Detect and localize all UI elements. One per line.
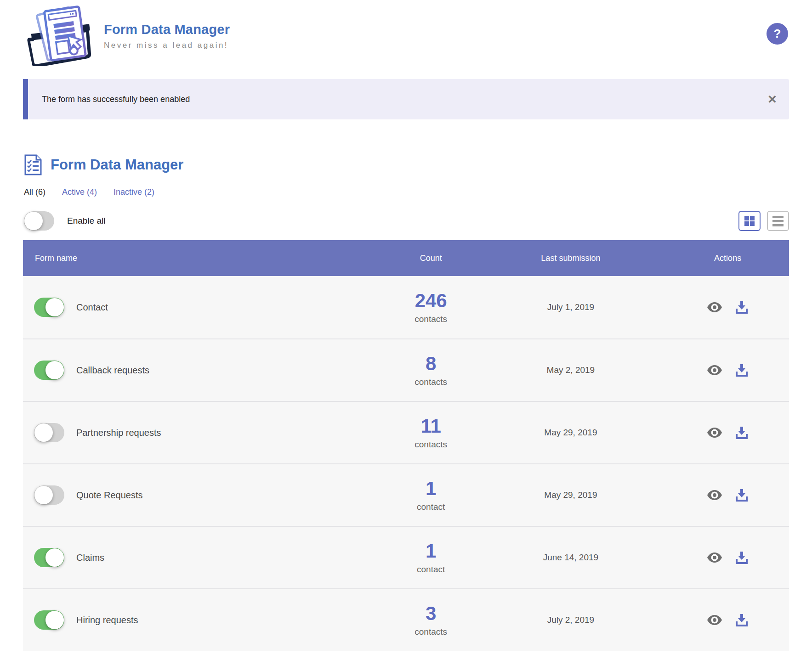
last-submission-date: July 2, 2019 bbox=[475, 615, 667, 625]
last-submission-cell: July 1, 2019 bbox=[475, 302, 667, 312]
count-value: 3 bbox=[387, 603, 475, 624]
notification-message: The form has successfully been enabled bbox=[28, 95, 190, 104]
form-table-body: Contact 246 contacts July 1, 2019 bbox=[23, 276, 789, 651]
last-submission-cell: June 14, 2019 bbox=[475, 553, 667, 563]
last-submission-date: June 14, 2019 bbox=[475, 553, 667, 563]
count-cell: 3 contacts bbox=[387, 603, 475, 637]
header-last-submission: Last submission bbox=[475, 254, 667, 263]
form-toggle[interactable] bbox=[34, 485, 64, 505]
form-name-label: Claims bbox=[76, 553, 104, 563]
count-unit: contact bbox=[387, 564, 475, 575]
app-header: Form Data Manager Never miss a lead agai… bbox=[0, 0, 812, 70]
tab-all[interactable]: All (6) bbox=[24, 187, 45, 197]
page: Form Data Manager Never miss a lead agai… bbox=[0, 0, 812, 654]
last-submission-cell: May 29, 2019 bbox=[475, 490, 667, 500]
actions-cell bbox=[666, 300, 789, 315]
last-submission-date: May 2, 2019 bbox=[475, 365, 667, 375]
count-cell: 246 contacts bbox=[387, 290, 475, 324]
count-unit: contacts bbox=[387, 377, 475, 387]
count-value: 8 bbox=[387, 353, 475, 374]
actions-cell bbox=[666, 425, 789, 440]
form-toggle[interactable] bbox=[34, 610, 64, 630]
count-value: 11 bbox=[387, 416, 475, 437]
download-icon[interactable] bbox=[734, 613, 749, 627]
last-submission-cell: July 2, 2019 bbox=[475, 615, 667, 625]
form-name-label: Partnership requests bbox=[76, 428, 161, 438]
count-value: 1 bbox=[387, 541, 475, 562]
table-row: Partnership requests 11 contacts May 29,… bbox=[23, 401, 789, 463]
form-toggle[interactable] bbox=[34, 423, 64, 442]
app-title: Form Data Manager bbox=[104, 22, 230, 37]
view-icon[interactable] bbox=[707, 302, 722, 313]
form-name-label: Quote Requests bbox=[76, 490, 143, 501]
download-icon[interactable] bbox=[734, 550, 749, 565]
filter-tabs: All (6) Active (4) Inactive (2) bbox=[24, 187, 789, 197]
download-icon[interactable] bbox=[734, 488, 749, 502]
tab-inactive[interactable]: Inactive (2) bbox=[114, 187, 154, 197]
page-title: Form Data Manager bbox=[51, 157, 183, 173]
form-name-cell: Quote Requests bbox=[23, 485, 387, 505]
download-icon[interactable] bbox=[734, 425, 749, 440]
app-tagline: Never miss a lead again! bbox=[104, 41, 230, 50]
form-name-label: Contact bbox=[76, 302, 108, 313]
actions-cell bbox=[666, 363, 789, 378]
toggle-knob bbox=[34, 486, 53, 504]
count-unit: contacts bbox=[387, 627, 475, 637]
notification-banner: The form has successfully been enabled ✕ bbox=[23, 79, 789, 119]
form-name-label: Callback requests bbox=[76, 365, 149, 376]
enable-all-label: Enable all bbox=[67, 216, 105, 226]
toggle-knob bbox=[45, 611, 64, 629]
download-icon[interactable] bbox=[734, 300, 749, 315]
last-submission-date: May 29, 2019 bbox=[475, 490, 667, 500]
view-toggle-group bbox=[738, 211, 789, 231]
view-icon[interactable] bbox=[707, 365, 722, 376]
brand-block: Form Data Manager Never miss a lead agai… bbox=[104, 22, 230, 50]
section-head: Form Data Manager bbox=[24, 154, 789, 175]
close-icon[interactable]: ✕ bbox=[767, 94, 777, 105]
actions-cell bbox=[666, 613, 789, 627]
count-value: 246 bbox=[387, 290, 475, 311]
help-button[interactable]: ? bbox=[767, 23, 788, 45]
form-toggle[interactable] bbox=[34, 361, 64, 380]
toggle-knob bbox=[24, 212, 43, 230]
view-icon[interactable] bbox=[707, 552, 722, 563]
toggle-knob bbox=[45, 548, 64, 567]
question-mark-icon: ? bbox=[774, 27, 781, 41]
form-name-cell: Claims bbox=[23, 548, 387, 567]
enable-all-toggle[interactable] bbox=[24, 211, 54, 231]
table-row: Quote Requests 1 contact May 29, 2019 bbox=[23, 463, 789, 526]
actions-cell bbox=[666, 550, 789, 565]
form-name-cell: Callback requests bbox=[23, 361, 387, 380]
count-cell: 1 contact bbox=[387, 541, 475, 575]
table-row: Claims 1 contact June 14, 2019 bbox=[23, 526, 789, 588]
count-unit: contacts bbox=[387, 314, 475, 324]
count-unit: contacts bbox=[387, 440, 475, 450]
app-logo-icon bbox=[24, 4, 98, 66]
count-unit: contact bbox=[387, 502, 475, 512]
view-icon[interactable] bbox=[707, 427, 722, 438]
form-name-label: Hiring requests bbox=[76, 615, 138, 626]
view-icon[interactable] bbox=[707, 615, 722, 626]
last-submission-cell: May 2, 2019 bbox=[475, 365, 667, 375]
count-cell: 11 contacts bbox=[387, 416, 475, 450]
list-view-button[interactable] bbox=[767, 211, 789, 231]
list-icon bbox=[772, 216, 784, 226]
form-toggle[interactable] bbox=[34, 548, 64, 567]
form-toggle[interactable] bbox=[34, 298, 64, 317]
tab-active[interactable]: Active (4) bbox=[62, 187, 97, 197]
header-actions: Actions bbox=[666, 254, 789, 263]
form-name-cell: Hiring requests bbox=[23, 610, 387, 630]
header-count: Count bbox=[387, 254, 475, 263]
last-submission-date: July 1, 2019 bbox=[475, 302, 667, 312]
form-list-icon bbox=[24, 154, 42, 175]
grid-view-button[interactable] bbox=[738, 211, 761, 231]
count-value: 1 bbox=[387, 478, 475, 499]
table-header-row: Form name Count Last submission Actions bbox=[23, 240, 789, 276]
header-form-name: Form name bbox=[23, 254, 387, 263]
last-submission-date: May 29, 2019 bbox=[475, 428, 667, 438]
download-icon[interactable] bbox=[734, 363, 749, 378]
view-icon[interactable] bbox=[707, 490, 722, 501]
count-cell: 8 contacts bbox=[387, 353, 475, 387]
table-row: Callback requests 8 contacts May 2, 2019 bbox=[23, 338, 789, 401]
toggle-knob bbox=[45, 361, 64, 379]
